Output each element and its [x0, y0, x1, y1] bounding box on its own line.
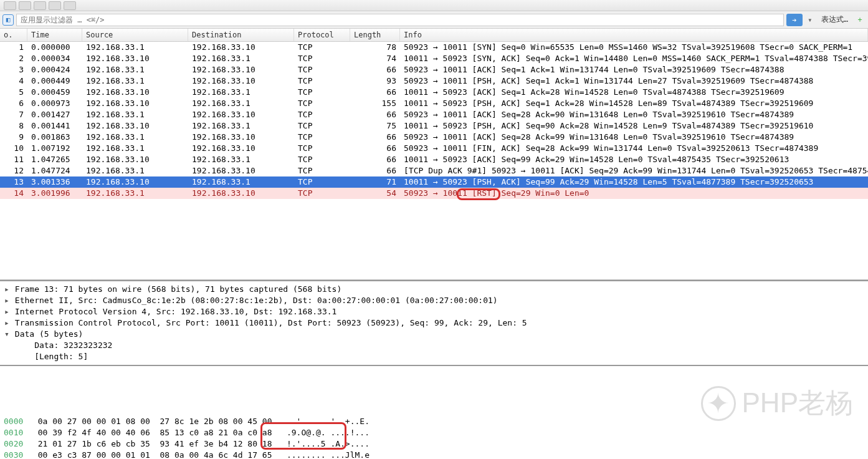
bookmark-icon[interactable]: ◧ [2, 14, 14, 26]
packet-row[interactable]: 143.001996192.168.33.1192.168.33.10TCP54… [0, 188, 868, 199]
toolbar-button[interactable] [34, 1, 46, 10]
expression-button[interactable]: 表达式… [818, 13, 852, 26]
packet-row[interactable]: 101.007192192.168.33.1192.168.33.10TCP66… [0, 143, 868, 154]
detail-line[interactable]: ▸ Internet Protocol Version 4, Src: 192.… [4, 306, 864, 317]
packet-row[interactable]: 90.001863192.168.33.1192.168.33.10TCP665… [0, 132, 868, 143]
filter-bar: ◧ ➔ ▾ 表达式… ＋ [0, 11, 868, 29]
main-toolbar [0, 0, 868, 11]
column-length[interactable]: Length [350, 29, 400, 41]
packet-row[interactable]: 10.000000192.168.33.1192.168.33.10TCP785… [0, 42, 868, 53]
packet-list-header: o. Time Source Destination Protocol Leng… [0, 29, 868, 42]
detail-line[interactable]: ▾ Data (5 bytes) [4, 329, 864, 340]
packet-details-pane[interactable]: ▸ Frame 13: 71 bytes on wire (568 bits),… [0, 280, 868, 366]
toolbar-button[interactable] [4, 1, 16, 10]
hex-line[interactable]: 0000 0a 00 27 00 00 01 08 00 27 8c 1e 2b… [4, 416, 864, 427]
packet-row[interactable]: 60.000973192.168.33.10192.168.33.1TCP155… [0, 98, 868, 109]
detail-line[interactable]: Data: 3232323232 [4, 340, 864, 351]
packet-row[interactable]: 111.047265192.168.33.10192.168.33.1TCP66… [0, 154, 868, 165]
packet-row[interactable]: 50.000459192.168.33.10192.168.33.1TCP661… [0, 87, 868, 98]
apply-filter-button[interactable]: ➔ [786, 14, 803, 26]
packet-row[interactable]: 40.000449192.168.33.1192.168.33.10TCP935… [0, 75, 868, 87]
column-destination[interactable]: Destination [188, 29, 294, 41]
detail-line[interactable]: ▸ Frame 13: 71 bytes on wire (568 bits),… [4, 284, 864, 295]
filter-dropdown-icon[interactable]: ▾ [805, 14, 815, 26]
detail-line[interactable]: ▸ Transmission Control Protocol, Src Por… [4, 317, 864, 329]
toolbar-button[interactable] [19, 1, 31, 10]
hex-line[interactable]: 0030 00 e3 c3 87 00 00 01 01 08 0a 00 4a… [4, 450, 864, 459]
packet-list[interactable]: 10.000000192.168.33.1192.168.33.10TCP785… [0, 42, 868, 280]
display-filter-input[interactable] [16, 14, 784, 26]
column-no[interactable]: o. [0, 29, 27, 41]
column-source[interactable]: Source [82, 29, 188, 41]
packet-row[interactable]: 133.001336192.168.33.10192.168.33.1TCP71… [0, 176, 868, 188]
hex-line[interactable]: 0010 00 39 f2 4f 40 00 40 06 85 13 c0 a8… [4, 427, 864, 438]
detail-line[interactable]: ▸ Ethernet II, Src: CadmusCo_8c:1e:2b (0… [4, 295, 864, 306]
packet-row[interactable]: 70.001427192.168.33.1192.168.33.10TCP665… [0, 109, 868, 120]
hex-line[interactable]: 0020 21 01 27 1b c6 eb cb 35 93 41 ef 3e… [4, 438, 864, 450]
packet-bytes-pane[interactable]: 0000 0a 00 27 00 00 01 08 00 27 8c 1e 2b… [0, 391, 868, 459]
column-info[interactable]: Info [400, 29, 868, 41]
detail-line[interactable]: [Length: 5] [4, 351, 864, 362]
toolbar-button[interactable] [64, 1, 76, 10]
packet-row[interactable]: 20.000034192.168.33.10192.168.33.1TCP741… [0, 53, 868, 64]
column-time[interactable]: Time [27, 29, 82, 41]
packet-row[interactable]: 80.001441192.168.33.10192.168.33.1TCP751… [0, 120, 868, 132]
packet-row[interactable]: 121.047724192.168.33.1192.168.33.10TCP66… [0, 165, 868, 176]
toolbar-button[interactable] [49, 1, 61, 10]
packet-row[interactable]: 30.000424192.168.33.1192.168.33.10TCP665… [0, 64, 868, 75]
column-protocol[interactable]: Protocol [294, 29, 350, 41]
add-button[interactable]: ＋ [854, 14, 866, 26]
